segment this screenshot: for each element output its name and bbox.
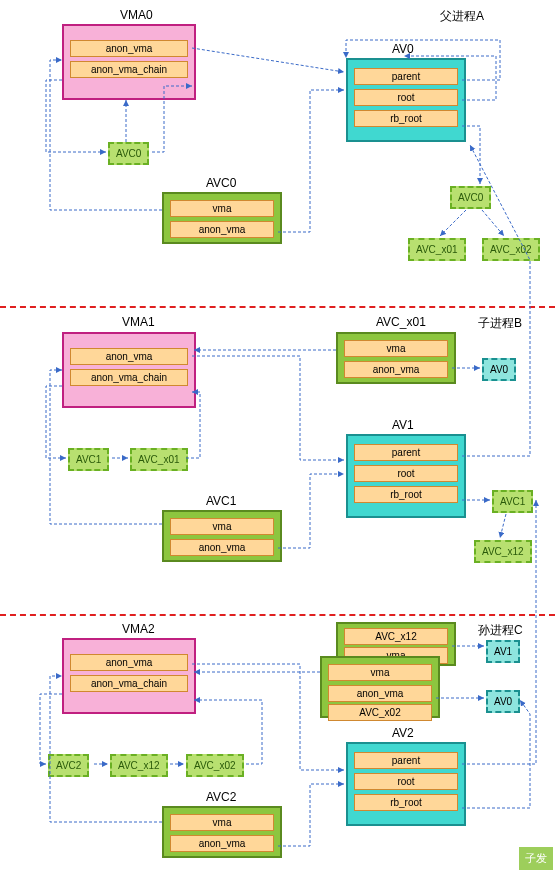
vma2-anon-vma: anon_vma	[70, 654, 188, 671]
avc-x01-anon-vma: anon_vma	[344, 361, 448, 378]
vma1-title: VMA1	[122, 315, 155, 329]
section-c-title: 孙进程C	[478, 622, 523, 639]
avc0-box-title: AVC0	[206, 176, 236, 190]
avc0-vma: vma	[170, 200, 274, 217]
avc-x02-small: AVC_x02	[186, 754, 244, 777]
av0-box: parent root rb_root	[346, 58, 466, 142]
av0-parent: parent	[354, 68, 458, 85]
av1-root: root	[354, 465, 458, 482]
avc2-small: AVC2	[48, 754, 89, 777]
avc-x12-title-f: AVC_x12	[344, 628, 448, 645]
avc-x01-box: vma anon_vma	[336, 332, 456, 384]
avc-x02-label: AVC_x02	[328, 704, 432, 721]
avc0-box: vma anon_vma	[162, 192, 282, 244]
separator-2	[0, 614, 555, 616]
avc-x12-small: AVC_x12	[110, 754, 168, 777]
avc-x01-title: AVC_x01	[376, 315, 426, 329]
tree-a-left: AVC_x01	[408, 238, 466, 261]
avc1-small: AVC1	[68, 448, 109, 471]
vma2-box: anon_vma anon_vma_chain	[62, 638, 196, 714]
av0-ref-c: AV0	[486, 690, 520, 713]
av0-rb-root: rb_root	[354, 110, 458, 127]
av1-parent: parent	[354, 444, 458, 461]
connectors	[0, 0, 555, 874]
tree-a-right: AVC_x02	[482, 238, 540, 261]
av1-ref-c: AV1	[486, 640, 520, 663]
avc2-box: vma anon_vma	[162, 806, 282, 858]
av0-title: AV0	[392, 42, 414, 56]
vma2-anon-vma-chain: anon_vma_chain	[70, 675, 188, 692]
avc1-anon-vma: anon_vma	[170, 539, 274, 556]
tree-b-child: AVC_x12	[474, 540, 532, 563]
section-b-title: 子进程B	[478, 315, 522, 332]
avc0-small: AVC0	[108, 142, 149, 165]
vma2-title: VMA2	[122, 622, 155, 636]
av2-rb-root: rb_root	[354, 794, 458, 811]
avc2-vma: vma	[170, 814, 274, 831]
vma1-box: anon_vma anon_vma_chain	[62, 332, 196, 408]
vma1-anon-vma-chain: anon_vma_chain	[70, 369, 188, 386]
av1-rb-root: rb_root	[354, 486, 458, 503]
avc1-box: vma anon_vma	[162, 510, 282, 562]
avc1-vma: vma	[170, 518, 274, 535]
vma0-title: VMA0	[120, 8, 153, 22]
tree-b-root: AVC1	[492, 490, 533, 513]
avc-x01-vma: vma	[344, 340, 448, 357]
avc-x02-anon-vma: anon_vma	[328, 685, 432, 702]
section-a-title: 父进程A	[440, 8, 484, 25]
av1-title: AV1	[392, 418, 414, 432]
vma0-anon-vma: anon_vma	[70, 40, 188, 57]
av2-root: root	[354, 773, 458, 790]
av2-title: AV2	[392, 726, 414, 740]
av0-ref-b: AV0	[482, 358, 516, 381]
avc-x01-small: AVC_x01	[130, 448, 188, 471]
separator-1	[0, 306, 555, 308]
avc1-box-title: AVC1	[206, 494, 236, 508]
avc-x02-box: vma anon_vma AVC_x02	[320, 656, 440, 718]
avc2-anon-vma: anon_vma	[170, 835, 274, 852]
av0-root: root	[354, 89, 458, 106]
avc-x02-vma: vma	[328, 664, 432, 681]
av2-box: parent root rb_root	[346, 742, 466, 826]
watermark: 子发	[519, 847, 553, 870]
vma0-box: anon_vma anon_vma_chain	[62, 24, 196, 100]
tree-a-root: AVC0	[450, 186, 491, 209]
avc2-box-title: AVC2	[206, 790, 236, 804]
vma0-anon-vma-chain: anon_vma_chain	[70, 61, 188, 78]
av1-box: parent root rb_root	[346, 434, 466, 518]
vma1-anon-vma: anon_vma	[70, 348, 188, 365]
avc0-anon-vma: anon_vma	[170, 221, 274, 238]
av2-parent: parent	[354, 752, 458, 769]
